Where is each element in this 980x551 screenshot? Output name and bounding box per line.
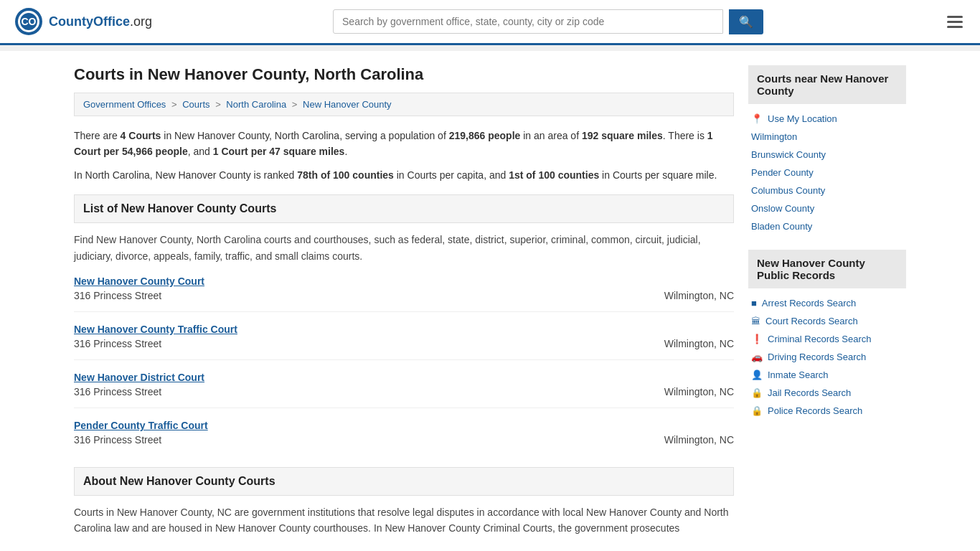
records-link-label: Arrest Records Search — [762, 298, 857, 309]
records-link[interactable]: ❗Criminal Records Search — [748, 330, 906, 348]
top-bar — [0, 45, 980, 51]
logo-icon: CO — [14, 7, 43, 36]
records-links: ■Arrest Records Search🏛Court Records Sea… — [748, 294, 906, 420]
records-link[interactable]: ■Arrest Records Search — [748, 294, 906, 312]
search-area: 🔍 — [333, 9, 763, 34]
page-title: Courts in New Hanover County, North Caro… — [74, 65, 734, 84]
hamburger-icon — [947, 16, 963, 18]
about-header: About New Hanover County Courts — [74, 467, 734, 496]
hamburger-icon — [947, 26, 963, 28]
records-link[interactable]: 🚗Driving Records Search — [748, 348, 906, 366]
records-link[interactable]: 🏛Court Records Search — [748, 312, 906, 330]
table-row: Pender County Traffic Court 316 Princess… — [74, 420, 734, 456]
table-row: New Hanover District Court 316 Princess … — [74, 372, 734, 408]
breadcrumb-link-2[interactable]: Courts — [182, 99, 209, 110]
court-name-link[interactable]: Pender County Traffic Court — [74, 420, 208, 431]
court-city: Wilmington, NC — [626, 290, 734, 301]
court-address: 316 Princess Street — [74, 290, 161, 301]
records-link[interactable]: 🔒Jail Records Search — [748, 384, 906, 402]
hamburger-icon — [947, 21, 963, 23]
records-title: New Hanover County Public Records — [748, 250, 906, 288]
records-icon: 🔒 — [751, 405, 763, 416]
logo-text: CountyOffice — [49, 14, 130, 29]
nearby-link[interactable]: Brunswick County — [748, 146, 906, 164]
list-description: Find New Hanover County, North Carolina … — [74, 232, 734, 264]
about-text: Courts in New Hanover County, NC are gov… — [74, 504, 734, 537]
menu-button[interactable] — [944, 13, 966, 31]
records-icon: ■ — [751, 298, 757, 309]
records-link-label: Driving Records Search — [768, 352, 866, 362]
location-icon: 📍 — [751, 113, 763, 124]
court-name-link[interactable]: New Hanover County Court — [74, 276, 204, 287]
breadcrumb-link-4[interactable]: New Hanover County — [303, 99, 392, 110]
nearby-links: WilmingtonBrunswick CountyPender CountyC… — [748, 128, 906, 235]
intro-paragraph-2: In North Carolina, New Hanover County is… — [74, 167, 734, 183]
nearby-link[interactable]: Onslow County — [748, 199, 906, 217]
table-row: New Hanover County Court 316 Princess St… — [74, 276, 734, 312]
nearby-link[interactable]: Columbus County — [748, 182, 906, 199]
court-address: 316 Princess Street — [74, 386, 161, 397]
breadcrumb: Government Offices > Courts > North Caro… — [74, 93, 734, 116]
nearby-link[interactable]: Pender County — [748, 164, 906, 182]
court-name-link[interactable]: New Hanover District Court — [74, 372, 204, 383]
nearby-link[interactable]: Wilmington — [748, 128, 906, 146]
breadcrumb-link-1[interactable]: Government Offices — [83, 99, 166, 110]
court-address: 316 Princess Street — [74, 338, 161, 349]
nearby-section: Courts near New Hanover County 📍 Use My … — [748, 65, 906, 235]
court-city: Wilmington, NC — [626, 434, 734, 446]
records-link-label: Police Records Search — [768, 405, 862, 416]
nearby-title: Courts near New Hanover County — [748, 65, 906, 104]
logo[interactable]: CO CountyOffice.org — [14, 7, 152, 36]
svg-text:CO: CO — [22, 16, 37, 27]
search-input[interactable] — [333, 9, 723, 34]
courts-list: New Hanover County Court 316 Princess St… — [74, 276, 734, 456]
court-name-link[interactable]: New Hanover County Traffic Court — [74, 324, 237, 335]
records-icon: 👤 — [751, 369, 763, 380]
records-link-label: Court Records Search — [765, 316, 858, 326]
records-icon: 🏛 — [751, 316, 760, 326]
use-location-link[interactable]: 📍 Use My Location — [748, 110, 906, 128]
records-link[interactable]: 👤Inmate Search — [748, 366, 906, 384]
records-icon: ❗ — [751, 334, 763, 344]
court-city: Wilmington, NC — [626, 386, 734, 397]
nearby-link[interactable]: Bladen County — [748, 217, 906, 235]
records-section: New Hanover County Public Records ■Arres… — [748, 250, 906, 420]
court-address: 316 Princess Street — [74, 434, 161, 446]
records-link-label: Inmate Search — [768, 369, 829, 380]
list-section-header: List of New Hanover County Courts — [74, 194, 734, 223]
table-row: New Hanover County Traffic Court 316 Pri… — [74, 324, 734, 360]
court-city: Wilmington, NC — [626, 338, 734, 349]
records-link-label: Criminal Records Search — [768, 334, 872, 344]
records-link[interactable]: 🔒Police Records Search — [748, 402, 906, 420]
breadcrumb-link-3[interactable]: North Carolina — [226, 99, 286, 110]
about-section: About New Hanover County Courts Courts i… — [74, 467, 734, 537]
search-icon: 🔍 — [739, 16, 753, 28]
records-icon: 🚗 — [751, 352, 763, 362]
records-icon: 🔒 — [751, 387, 763, 398]
search-button[interactable]: 🔍 — [729, 9, 763, 34]
logo-suffix: .org — [130, 14, 152, 29]
intro-paragraph-1: There are 4 Courts in New Hanover County… — [74, 128, 734, 160]
records-link-label: Jail Records Search — [768, 387, 851, 398]
